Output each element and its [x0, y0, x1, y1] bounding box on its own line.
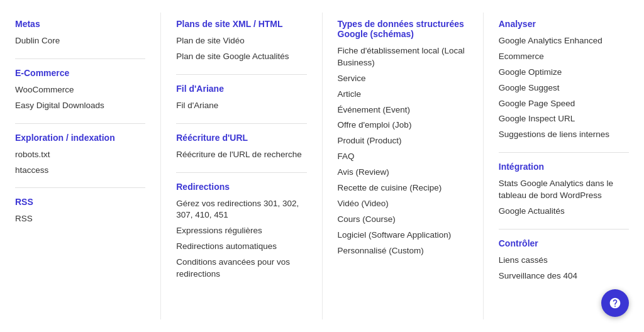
section-item[interactable]: Redirections automatiques — [176, 241, 306, 253]
section-title-exploration: Exploration / indexation — [15, 133, 145, 143]
section-title-analyser: Analyser — [499, 19, 629, 29]
section-metas: MetasDublin Core — [15, 19, 145, 47]
section-item[interactable]: Google Analytics Enhanced — [499, 35, 629, 47]
section-item[interactable]: Plan de site Google Actualités — [176, 51, 306, 63]
column-col4: AnalyserGoogle Analytics EnhancedEcommer… — [484, 13, 644, 319]
section-divider — [176, 74, 306, 75]
section-item[interactable]: RSS — [15, 213, 145, 225]
main-container: MetasDublin CoreE-CommerceWooCommerceEas… — [0, 0, 644, 332]
section-integration: IntégrationStats Google Analytics dans l… — [499, 162, 629, 218]
section-divider — [176, 172, 306, 173]
section-item[interactable]: Offre d'emploi (Job) — [338, 119, 468, 131]
section-item[interactable]: Stats Google Analytics dans le tableau d… — [499, 178, 629, 202]
column-col2: Plans de site XML / HTMLPlan de site Vid… — [161, 13, 322, 319]
section-item[interactable]: FAQ — [338, 151, 468, 163]
section-title-plans: Plans de site XML / HTML — [176, 19, 306, 29]
section-title-ecommerce: E-Commerce — [15, 68, 145, 78]
section-divider — [499, 152, 629, 153]
section-item[interactable]: robots.txt — [15, 149, 145, 161]
section-item[interactable]: Surveillance des 404 — [499, 270, 629, 282]
section-divider — [15, 123, 145, 124]
section-item[interactable]: Événement (Event) — [338, 104, 468, 116]
section-title-redirections: Redirections — [176, 182, 306, 192]
section-controler: ContrôlerLiens cassésSurveillance des 40… — [499, 238, 629, 282]
section-item[interactable]: Avis (Review) — [338, 167, 468, 179]
section-title-controler: Contrôler — [499, 238, 629, 248]
section-item[interactable]: Suggestions de liens internes — [499, 129, 629, 141]
section-item[interactable]: Gérez vos redirections 301, 302, 307, 41… — [176, 198, 306, 222]
section-rss: RSSRSS — [15, 197, 145, 225]
section-item[interactable]: Personnalisé (Custom) — [338, 245, 468, 257]
section-item[interactable]: Google Suggest — [499, 82, 629, 94]
section-title-integration: Intégration — [499, 162, 629, 172]
section-redirections: RedirectionsGérez vos redirections 301, … — [176, 182, 306, 280]
section-analyser: AnalyserGoogle Analytics EnhancedEcommer… — [499, 19, 629, 141]
section-item[interactable]: Fiche d'établissement local (Local Busin… — [338, 45, 468, 69]
section-item[interactable]: Cours (Course) — [338, 214, 468, 226]
section-item[interactable]: Produit (Product) — [338, 135, 468, 147]
section-item[interactable]: Ecommerce — [499, 51, 629, 63]
section-divider — [15, 58, 145, 59]
section-item[interactable]: Article — [338, 89, 468, 101]
section-divider — [499, 229, 629, 230]
section-item[interactable]: Plan de site Vidéo — [176, 35, 306, 47]
section-item[interactable]: Logiciel (Software Application) — [338, 230, 468, 241]
section-item[interactable]: Service — [338, 73, 468, 85]
section-title-types: Types de données structurées Google (sch… — [338, 19, 468, 39]
section-item[interactable]: Google Optimize — [499, 67, 629, 79]
section-item[interactable]: Dublin Core — [15, 35, 145, 47]
fab-button[interactable] — [601, 289, 629, 317]
section-item[interactable]: Google Actualités — [499, 206, 629, 218]
section-divider — [176, 123, 306, 124]
section-title-metas: Metas — [15, 19, 145, 29]
section-divider — [15, 187, 145, 188]
section-item[interactable]: Recette de cuisine (Recipe) — [338, 182, 468, 194]
section-item[interactable]: Vidéo (Video) — [338, 198, 468, 210]
section-title-fil: Fil d'Ariane — [176, 84, 306, 94]
section-item[interactable]: Google Page Speed — [499, 98, 629, 110]
section-types: Types de données structurées Google (sch… — [338, 19, 468, 257]
section-item[interactable]: Easy Digital Downloads — [15, 100, 145, 112]
section-item[interactable]: htaccess — [15, 165, 145, 177]
section-item[interactable]: Réécriture de l'URL de recherche — [176, 149, 306, 161]
section-item[interactable]: Fil d'Ariane — [176, 100, 306, 112]
section-title-reecriture: Réécriture d'URL — [176, 133, 306, 143]
section-exploration: Exploration / indexationrobots.txthtacce… — [15, 133, 145, 177]
section-item[interactable]: Conditions avancées pour vos redirection… — [176, 257, 306, 280]
section-fil: Fil d'ArianeFil d'Ariane — [176, 84, 306, 112]
section-item[interactable]: Expressions régulières — [176, 225, 306, 237]
section-plans: Plans de site XML / HTMLPlan de site Vid… — [176, 19, 306, 63]
section-reecriture: Réécriture d'URLRéécriture de l'URL de r… — [176, 133, 306, 161]
section-item[interactable]: WooCommerce — [15, 84, 145, 96]
column-col1: MetasDublin CoreE-CommerceWooCommerceEas… — [0, 13, 161, 319]
section-item[interactable]: Google Inspect URL — [499, 113, 629, 125]
section-title-rss: RSS — [15, 197, 145, 207]
section-item[interactable]: Liens cassés — [499, 255, 629, 267]
column-col3: Types de données structurées Google (sch… — [323, 13, 484, 319]
section-ecommerce: E-CommerceWooCommerceEasy Digital Downlo… — [15, 68, 145, 112]
